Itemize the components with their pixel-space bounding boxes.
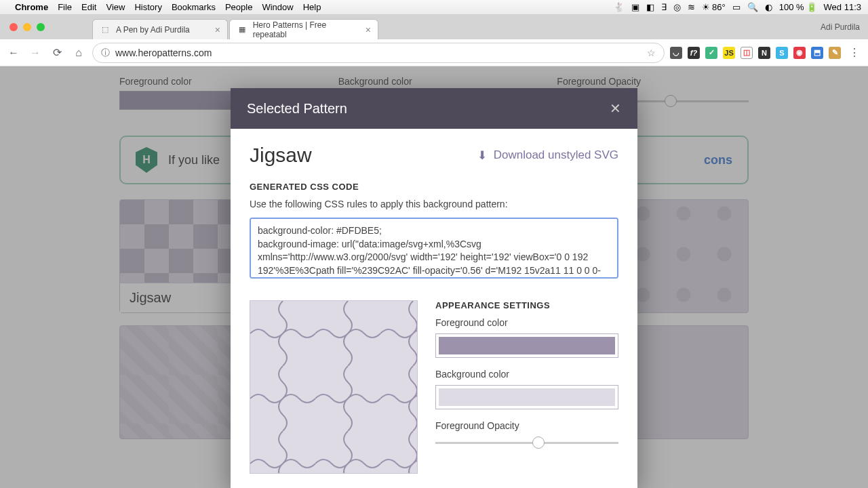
pattern-preview [250,300,418,474]
favicon-icon: ▦ [237,24,248,35]
modal-overlay[interactable]: Selected Pattern ✕ Jigsaw ⬇ Download uns… [0,66,868,488]
app-name[interactable]: Chrome [15,2,48,12]
status-icon[interactable]: ◧ [646,2,654,12]
battery-status[interactable]: 100 % 🔋 [779,2,817,12]
browser-toolbar: ← → ⟳ ⌂ ⓘ www.heropatterns.com ☆ ◡ f? ✓ … [0,39,868,66]
extension-icon[interactable]: f? [688,47,700,59]
status-icon[interactable]: ◎ [673,2,681,12]
selected-pattern-modal: Selected Pattern ✕ Jigsaw ⬇ Download uns… [231,88,637,488]
menu-history[interactable]: History [134,2,161,12]
slider-thumb[interactable] [532,436,545,449]
menu-edit[interactable]: Edit [81,2,96,12]
section-label: APPEARANCE SETTINGS [435,300,618,310]
download-label: Download unstyled SVG [494,148,618,162]
back-button[interactable]: ← [5,45,22,61]
status-icon[interactable]: ▭ [732,2,741,12]
extension-icon[interactable]: JS [723,47,735,59]
macos-menubar: Chrome File Edit View History Bookmarks … [0,0,868,15]
bg-color-swatch[interactable] [435,385,618,409]
close-tab-icon[interactable]: × [215,24,220,35]
url-text: www.heropatterns.com [115,47,212,58]
spotlight-icon[interactable]: 🔍 [747,2,758,12]
fg-color-swatch[interactable] [435,333,618,358]
download-svg-link[interactable]: ⬇ Download unstyled SVG [477,148,618,163]
modal-title: Selected Pattern [247,101,347,117]
close-tab-icon[interactable]: × [366,24,371,35]
extension-icon[interactable]: ✎ [829,47,841,59]
extension-icon[interactable]: ✓ [705,47,717,59]
extension-icon[interactable]: S [776,47,788,59]
field-label: Foreground color [435,317,618,328]
modal-header: Selected Pattern ✕ [231,88,637,129]
status-icon[interactable]: ▣ [631,2,639,12]
menu-file[interactable]: File [58,2,72,12]
secure-icon: ⓘ [101,47,110,59]
chrome-menu-icon[interactable]: ⋮ [846,45,863,61]
extension-icon[interactable]: ◫ [741,47,753,59]
status-icon[interactable]: ≋ [688,2,695,12]
status-icon[interactable]: ◐ [765,2,772,12]
section-label: GENERATED CSS CODE [250,182,618,192]
forward-button[interactable]: → [27,45,43,61]
minimize-window-icon[interactable] [23,23,31,31]
browser-tab[interactable]: ⬚ A Pen by Adi Purdila × [92,19,228,39]
extension-icon[interactable]: ◡ [670,47,682,59]
favicon-icon: ⬚ [100,24,111,35]
field-label: Foreground Opacity [435,420,618,431]
clock[interactable]: Wed 11:3 [824,2,861,12]
menu-view[interactable]: View [106,2,125,12]
window-controls [5,23,45,31]
status-icon[interactable]: 🐇 [614,2,625,12]
extension-icon[interactable]: ◉ [793,47,806,59]
browser-window: ⬚ A Pen by Adi Purdila × ▦ Hero Patterns… [0,15,868,488]
tab-title: A Pen by Adi Purdila [116,25,190,35]
menu-bookmarks[interactable]: Bookmarks [172,2,216,12]
opacity-slider[interactable] [435,442,618,444]
bookmark-star-icon[interactable]: ☆ [647,47,656,58]
pattern-name: Jigsaw [250,144,312,167]
tab-title: Hero Patterns | Free repeatabl [253,20,360,39]
reload-button[interactable]: ⟳ [49,45,65,61]
section-description: Use the following CSS rules to apply thi… [250,199,618,209]
weather-icon[interactable]: ☀︎ 86° [702,2,726,12]
menu-window[interactable]: Window [262,2,293,12]
address-bar[interactable]: ⓘ www.heropatterns.com ☆ [92,43,665,63]
menu-help[interactable]: Help [303,2,321,12]
home-button[interactable]: ⌂ [71,45,87,61]
extension-icon[interactable]: ⬒ [811,47,823,59]
browser-tab[interactable]: ▦ Hero Patterns | Free repeatabl × [229,19,378,39]
field-label: Background color [435,369,618,380]
extension-icon[interactable]: N [758,47,770,59]
profile-name[interactable]: Adi Purdila [821,22,860,32]
close-modal-icon[interactable]: ✕ [610,100,621,117]
menu-people[interactable]: People [225,2,252,12]
extension-icons: ◡ f? ✓ JS ◫ N S ◉ ⬒ ✎ ⋮ [670,45,863,61]
download-icon: ⬇ [477,148,487,163]
css-code-textarea[interactable] [250,218,618,279]
tab-strip: ⬚ A Pen by Adi Purdila × ▦ Hero Patterns… [0,15,868,39]
maximize-window-icon[interactable] [37,23,45,31]
status-icon[interactable]: ∃ [661,2,667,12]
page-viewport: Foreground color Background color Foregr… [0,66,868,488]
close-window-icon[interactable] [9,23,18,31]
